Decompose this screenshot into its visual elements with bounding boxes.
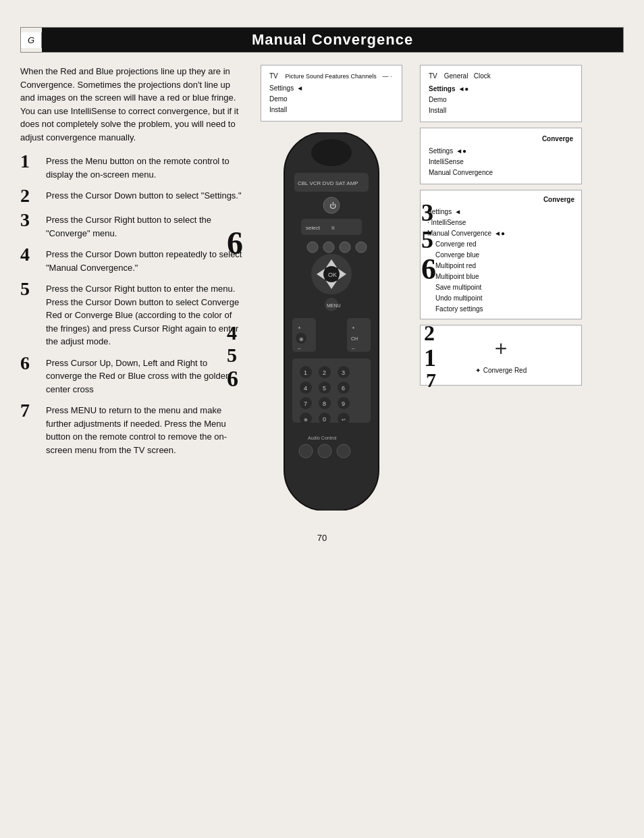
svg-point-59 xyxy=(337,444,350,458)
intro-text: When the Red and Blue projections line u… xyxy=(20,65,243,144)
main-content: When the Red and Blue projections line u… xyxy=(20,65,624,513)
step-5: 5 Press the Cursor Right button to enter… xyxy=(20,282,243,348)
intellisense-1: IntelliSense xyxy=(429,158,464,165)
header: G Manual Convergence xyxy=(20,27,624,53)
remote-wrapper: CBL VCR DVD SAT AMP ⏻ select II xyxy=(264,132,399,513)
step-text: Press the Menu button on the remote cont… xyxy=(46,155,243,181)
overlay-num-4: 4 xyxy=(227,321,238,344)
step-number: 7 xyxy=(20,401,41,420)
menu-box-tv-general: TV General Clock Settings ◄● Demo Instal… xyxy=(420,65,582,122)
install-label-1: Install xyxy=(269,106,287,113)
page-title: Manual Convergence xyxy=(42,28,623,52)
settings-label-1: Settings xyxy=(269,83,294,94)
svg-point-12 xyxy=(356,242,367,253)
svg-text:9: 9 xyxy=(342,400,345,407)
svg-text:MENU: MENU xyxy=(327,303,341,308)
overlay-num-7: 7 xyxy=(426,369,436,392)
svg-text:7: 7 xyxy=(304,400,307,407)
svg-text:4: 4 xyxy=(304,385,307,392)
general-clock-label: General Clock xyxy=(444,71,491,82)
svg-text:Audio Control: Audio Control xyxy=(308,436,337,440)
menu-box-converge-2: Converge Settings ◄ · IntelliSense Manua… xyxy=(420,190,582,319)
step-number: 2 xyxy=(20,186,41,205)
overlay-num-2: 2 xyxy=(424,321,436,345)
step-2: 2 Press the Cursor Down button to select… xyxy=(20,189,243,205)
svg-text:+: + xyxy=(298,325,301,331)
left-column: When the Red and Blue projections line u… xyxy=(20,65,243,513)
overlay-num-5: 5 xyxy=(421,227,436,254)
svg-text:⊕: ⊕ xyxy=(299,336,304,342)
step-6: 6 Press Cursor Up, Down, Left and Right … xyxy=(20,357,243,396)
svg-text:0: 0 xyxy=(323,416,326,423)
step-7: 7 Press MENU to return to the menu and m… xyxy=(20,404,243,456)
overlay-num-3: 3 xyxy=(421,200,436,227)
menu-submenu-1: Picture Sound Features Channels xyxy=(286,73,377,80)
center-column: TV Picture Sound Features Channels — · S… xyxy=(254,65,409,513)
steps-list: 1 Press the Menu button on the remote co… xyxy=(20,155,243,456)
svg-text:3: 3 xyxy=(342,369,345,376)
converge-blue: Converge blue xyxy=(435,250,574,261)
svg-text:+: + xyxy=(352,325,355,331)
save-multipoint: Save multipoint xyxy=(435,282,574,293)
svg-text:8: 8 xyxy=(323,400,326,407)
converge-title-1: Converge xyxy=(542,135,573,142)
svg-text:⏻: ⏻ xyxy=(329,202,336,209)
svg-text:2: 2 xyxy=(323,369,326,376)
step-text: Press the Cursor Down button to select "… xyxy=(46,189,243,203)
settings-converge: Settings xyxy=(429,146,453,157)
converge-red-label: ✦ Converge Red xyxy=(475,367,527,374)
svg-point-9 xyxy=(307,242,318,253)
step-text: Press the Cursor Right button to select … xyxy=(46,213,243,240)
overlay-num-6: 6 xyxy=(421,253,436,286)
remote-image: CBL VCR DVD SAT AMP ⏻ select II xyxy=(264,132,399,510)
overlay-num-5b: 5 xyxy=(227,344,238,366)
svg-text:OK: OK xyxy=(328,271,337,278)
header-g-label: G xyxy=(21,32,42,48)
svg-text:select: select xyxy=(306,225,321,231)
svg-rect-27 xyxy=(347,318,371,352)
svg-text:CBL VCR DVD SAT AMP: CBL VCR DVD SAT AMP xyxy=(298,180,358,186)
svg-text:–: – xyxy=(298,345,301,351)
step-1: 1 Press the Menu button on the remote co… xyxy=(20,155,243,181)
step-number: 1 xyxy=(20,152,41,171)
step-text: Press MENU to return to the menu and mak… xyxy=(46,404,243,456)
svg-text:CH: CH xyxy=(351,336,358,341)
svg-text:II: II xyxy=(331,225,334,231)
overlay-num-6c: 6 xyxy=(227,366,238,391)
svg-text:⊕: ⊕ xyxy=(304,417,308,422)
tv-label-2: TV xyxy=(429,71,437,82)
step-3: 3 Press the Cursor Right button to selec… xyxy=(20,213,243,240)
tv-tab-1: TV xyxy=(269,72,278,80)
step-number: 3 xyxy=(20,211,41,230)
demo-label-1: Demo xyxy=(269,95,288,103)
demo-2: Demo xyxy=(429,96,447,103)
plus-sign: + xyxy=(495,336,508,361)
multipoint-blue: Multipoint blue xyxy=(435,271,574,282)
step-4: 4 Press the Cursor Down button repeatedl… xyxy=(20,248,243,274)
settings-arrow-sel: Settings xyxy=(429,84,455,95)
svg-text:5: 5 xyxy=(323,385,326,392)
menu-box-1: TV Picture Sound Features Channels — · S… xyxy=(261,65,402,122)
manual-conv-2: Manual Convergence xyxy=(427,228,491,239)
converge-red: Converge red xyxy=(435,239,574,250)
factory-settings: Factory settings xyxy=(435,304,574,315)
step-number: 6 xyxy=(20,354,41,373)
multipoint-red: Multipoint red xyxy=(435,261,574,271)
install-2: Install xyxy=(429,107,446,114)
svg-point-57 xyxy=(299,444,313,458)
overlay-num-1: 1 xyxy=(424,345,436,372)
right-column: TV General Clock Settings ◄● Demo Instal… xyxy=(420,65,582,513)
svg-text:–: – xyxy=(352,345,355,351)
svg-text:1: 1 xyxy=(304,369,307,376)
converge-title-2: Converge xyxy=(543,196,574,203)
step-text: Press the Cursor Right button to enter t… xyxy=(46,282,243,348)
svg-point-10 xyxy=(323,242,334,253)
menu-box-converge-1: Converge Settings ◄● IntelliSense Manual… xyxy=(420,128,582,184)
step-text: Press Cursor Up, Down, Left and Right to… xyxy=(46,357,243,396)
page: G Manual Convergence When the Red and Bl… xyxy=(0,0,644,838)
page-number: 70 xyxy=(20,533,624,543)
svg-text:6: 6 xyxy=(342,385,345,392)
svg-point-11 xyxy=(340,242,350,253)
svg-point-58 xyxy=(318,444,331,458)
step-text: Press the Cursor Down button repeatedly … xyxy=(46,248,243,274)
